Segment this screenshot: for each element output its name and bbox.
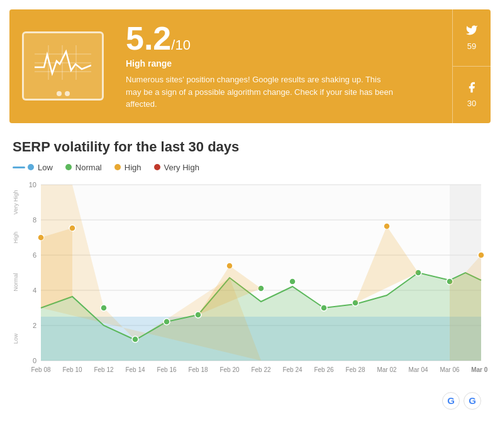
- facebook-count: 30: [453, 67, 491, 123]
- banner-icon-area: [9, 9, 116, 123]
- x-label-mar04: Mar 04: [408, 366, 428, 373]
- x-label-feb22: Feb 22: [251, 366, 271, 373]
- legend-low: Low: [13, 163, 53, 172]
- x-label-feb18: Feb 18: [188, 366, 208, 373]
- twitter-number: 59: [467, 41, 476, 51]
- volatility-chart: 10 8 6 4 2 0 Very High High Normal Low: [13, 178, 487, 386]
- facebook-number: 30: [467, 99, 476, 108]
- dot-feb26: [321, 305, 327, 311]
- legend-normal-label: Normal: [75, 163, 102, 172]
- legend-low-label: Low: [38, 163, 53, 172]
- x-label-mar08: Mar 08: [471, 366, 487, 373]
- facebook-icon: [465, 81, 478, 97]
- x-label-mar02: Mar 02: [377, 366, 397, 373]
- dot-feb12: [101, 305, 107, 311]
- monitor-icon: [22, 31, 104, 101]
- twitter-count: 59: [453, 9, 491, 67]
- x-label-feb14: Feb 14: [125, 366, 145, 373]
- dot-feb16: [164, 319, 170, 325]
- y-label-4: 4: [33, 287, 36, 294]
- chart-title: SERP volatility for the last 30 days: [13, 139, 487, 155]
- legend-low-dot: [28, 164, 34, 170]
- banner-content: 5.2/10 High range Numerous sites' positi…: [116, 9, 452, 123]
- y-label-8: 8: [33, 216, 36, 224]
- chart-section: SERP volatility for the last 30 days Low…: [0, 133, 500, 422]
- x-label-feb20: Feb 20: [219, 366, 240, 373]
- x-label-feb24: Feb 24: [282, 366, 303, 373]
- spike-area-1: [41, 228, 72, 308]
- y-label-10: 10: [29, 181, 36, 188]
- band-very-high: [41, 185, 481, 220]
- volatility-score: 5.2: [126, 20, 171, 57]
- chart-container: 10 8 6 4 2 0 Very High High Normal Low: [13, 178, 487, 388]
- description-text: Numerous sites' position changes! Google…: [126, 74, 396, 111]
- range-label: High range: [126, 58, 443, 68]
- x-label-feb28: Feb 28: [345, 366, 365, 373]
- band-label-high: High: [13, 231, 19, 243]
- legend-very-high: Very High: [154, 163, 199, 172]
- legend-very-high-label: Very High: [164, 163, 199, 172]
- band-high: [41, 220, 481, 255]
- legend-very-high-dot: [154, 164, 160, 170]
- volatility-banner: 5.2/10 High range Numerous sites' positi…: [9, 9, 491, 123]
- y-label-0: 0: [33, 357, 36, 364]
- y-label-2: 2: [33, 322, 36, 329]
- legend-low-line: [13, 167, 25, 168]
- x-label-feb16: Feb 16: [157, 366, 177, 373]
- band-label-low: Low: [13, 333, 19, 344]
- legend-high-label: High: [125, 163, 142, 172]
- x-label-feb12: Feb 12: [94, 366, 114, 373]
- x-label-mar06: Mar 06: [440, 366, 460, 373]
- dot-feb14: [132, 336, 138, 342]
- legend-high: High: [114, 163, 142, 172]
- dot-feb24: [289, 278, 296, 285]
- score-denominator: /10: [171, 37, 191, 53]
- legend-high-dot: [114, 164, 121, 170]
- x-label-feb10: Feb 10: [62, 366, 82, 373]
- y-label-6: 6: [33, 251, 36, 259]
- x-label-feb08: Feb 08: [31, 366, 51, 373]
- legend-normal-dot: [65, 164, 72, 170]
- google-icon-2[interactable]: G: [464, 392, 481, 410]
- google-icons-row: G G: [13, 392, 487, 410]
- x-label-feb26: Feb 26: [314, 366, 334, 373]
- band-label-very-high: Very High: [13, 190, 19, 214]
- twitter-icon: [465, 24, 478, 40]
- legend-normal: Normal: [65, 163, 102, 172]
- social-counts: 59 30: [452, 9, 491, 123]
- band-label-normal: Normal: [13, 273, 19, 291]
- google-icon-1[interactable]: G: [442, 392, 460, 410]
- chart-legend: Low Normal High Very High: [13, 163, 487, 172]
